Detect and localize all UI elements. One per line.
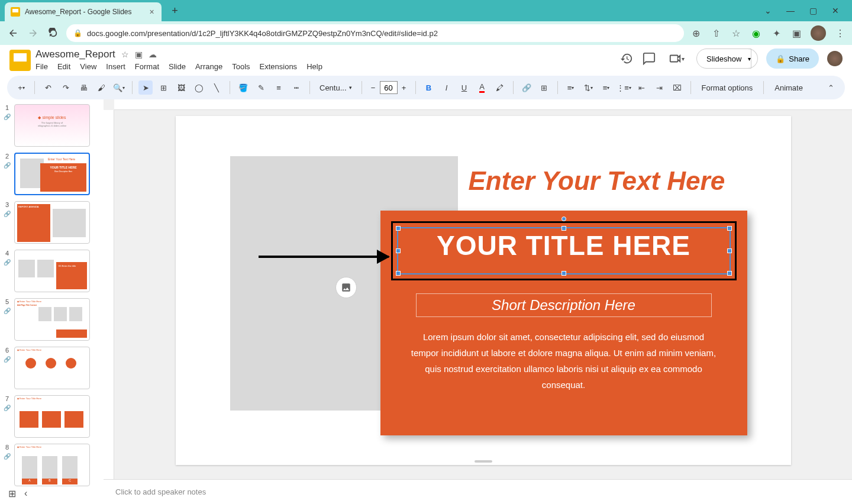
comments-icon[interactable]	[642, 51, 656, 66]
fill-color-button[interactable]: 🪣	[236, 80, 250, 95]
slide-thumbnail[interactable]: ◆ Enter Your Title Here	[14, 395, 90, 438]
close-tab-icon[interactable]: ×	[149, 8, 156, 15]
animate-button[interactable]: Animate	[770, 83, 808, 92]
underline-button[interactable]: U	[457, 80, 472, 95]
top-heading-text[interactable]: Enter Your Text Here	[469, 166, 725, 196]
border-weight-button[interactable]: ≡	[272, 80, 286, 95]
move-icon[interactable]: ▣	[135, 50, 143, 59]
card-body-text[interactable]: Lorem ipsum dolor sit amet, consectetur …	[409, 329, 719, 393]
chrome-profile-avatar[interactable]	[811, 25, 826, 41]
line-tool[interactable]: ╲	[209, 80, 224, 95]
slide-thumbnail[interactable]: ◆ Enter Your Title Here	[14, 347, 90, 389]
image-tool[interactable]: 🖼	[174, 80, 188, 95]
star-icon[interactable]: ☆	[121, 50, 129, 59]
orange-card[interactable]: YOUR TITLE HERE Short Description Here L…	[380, 211, 747, 435]
zoom-dropdown[interactable]: 🔍▾	[112, 80, 126, 95]
resize-handle[interactable]	[727, 271, 732, 276]
numbered-list-button[interactable]: ≡▾	[599, 80, 614, 95]
increase-indent-button[interactable]: ⇥	[653, 80, 667, 95]
browser-tab[interactable]: Awesome_Report - Google Slides ×	[5, 2, 162, 21]
share-page-icon[interactable]: ⇧	[710, 27, 722, 39]
select-tool[interactable]: ➤	[138, 80, 153, 95]
horizontal-ruler[interactable]	[114, 99, 852, 110]
menu-help[interactable]: Help	[306, 62, 322, 71]
minimize-icon[interactable]: —	[783, 4, 798, 18]
align-button[interactable]: ≡▾	[564, 80, 578, 95]
bold-button[interactable]: B	[422, 80, 436, 95]
thumbnail-panel[interactable]: 1🔗 ◆ simple slides The largest library o…	[0, 99, 104, 502]
slide-thumbnail[interactable]: Enter Your Text Here YOUR TITLE HEREShor…	[14, 153, 90, 195]
card-title-text[interactable]: YOUR TITLE HERE	[398, 230, 730, 261]
menu-edit[interactable]: Edit	[57, 62, 70, 71]
collapse-toolbar-button[interactable]: ⌃	[824, 80, 838, 95]
card-subtitle-box[interactable]: Short Description Here	[416, 293, 712, 317]
menu-insert[interactable]: Insert	[106, 62, 125, 71]
menu-file[interactable]: File	[36, 62, 48, 71]
notes-drag-handle[interactable]	[475, 460, 492, 463]
slide-canvas[interactable]: Enter Your Text Here YOUR TITL	[176, 116, 791, 465]
bulleted-list-button[interactable]: ⋮≡▾	[617, 80, 631, 95]
menu-format[interactable]: Format	[135, 62, 159, 71]
slide-thumbnail[interactable]: REPORT AGENDA	[14, 201, 90, 244]
reload-button[interactable]	[46, 26, 60, 40]
vertical-ruler[interactable]	[104, 110, 114, 502]
resize-handle[interactable]	[561, 271, 566, 276]
undo-button[interactable]: ↶	[41, 80, 55, 95]
font-size-increase[interactable]: +	[399, 82, 409, 93]
share-button[interactable]: 🔒 Share	[766, 49, 819, 69]
chrome-menu-icon[interactable]: ⋮	[834, 27, 846, 39]
collapse-panel-icon[interactable]: ‹	[24, 488, 27, 499]
maximize-icon[interactable]: ▢	[806, 4, 820, 18]
line-spacing-button[interactable]: ⇅▾	[582, 80, 596, 95]
sidepanel-icon[interactable]: ▣	[790, 27, 802, 39]
meet-icon[interactable]: ▾	[664, 51, 688, 66]
highlight-color-button[interactable]: 🖍	[493, 80, 507, 95]
insert-comment-button[interactable]: ⊞	[537, 80, 551, 95]
font-size-decrease[interactable]: −	[368, 82, 379, 93]
format-options-button[interactable]: Format options	[697, 83, 758, 92]
menu-tools[interactable]: Tools	[232, 62, 250, 71]
font-size-input[interactable]	[380, 81, 398, 94]
textbox-tool[interactable]: ⊞	[156, 80, 170, 95]
border-color-button[interactable]: ✎	[254, 80, 268, 95]
slideshow-dropdown[interactable]: ▾	[741, 49, 758, 69]
close-window-icon[interactable]: ✕	[828, 4, 843, 18]
grammarly-icon[interactable]: ◉	[750, 27, 762, 39]
resize-handle[interactable]	[396, 271, 401, 276]
slide-thumbnail[interactable]: ◆ simple slides The largest library ofin…	[14, 104, 90, 147]
border-dash-button[interactable]: ┅	[289, 80, 304, 95]
speaker-notes[interactable]: Click to add speaker notes	[104, 479, 852, 504]
extensions-icon[interactable]: ✦	[770, 27, 782, 39]
redo-button[interactable]: ↷	[59, 80, 73, 95]
history-icon[interactable]	[619, 51, 634, 66]
menu-extensions[interactable]: Extensions	[260, 62, 298, 71]
bookmark-icon[interactable]: ☆	[730, 27, 742, 39]
decrease-indent-button[interactable]: ⇤	[635, 80, 649, 95]
italic-button[interactable]: I	[440, 80, 454, 95]
menu-view[interactable]: View	[80, 62, 96, 71]
slide-thumbnail[interactable]: ◆ Enter Your Title Here A B C	[14, 444, 90, 486]
back-button[interactable]	[6, 26, 20, 40]
slide-thumbnail[interactable]: ◆ Enter Your Title Here Add Page Title C…	[14, 298, 90, 341]
font-family-dropdown[interactable]: Centu...▾	[316, 83, 356, 92]
text-color-button[interactable]: A	[475, 80, 489, 95]
menu-slide[interactable]: Slide	[169, 62, 186, 71]
cloud-icon[interactable]: ☁	[149, 50, 157, 59]
zoom-icon[interactable]: ⊕	[690, 27, 702, 39]
insert-image-fab[interactable]	[335, 277, 357, 298]
new-slide-button[interactable]: +▾	[14, 80, 28, 95]
explore-icon[interactable]: ⊞	[8, 488, 16, 499]
account-avatar[interactable]	[827, 51, 843, 66]
address-bar[interactable]: 🔒 docs.google.com/presentation/d/1c2P_lj…	[66, 24, 684, 42]
forward-button[interactable]	[26, 26, 40, 40]
menu-arrange[interactable]: Arrange	[195, 62, 222, 71]
slide-thumbnail[interactable]: 01 Enter the title	[14, 250, 90, 292]
shape-tool[interactable]: ◯	[192, 80, 206, 95]
slides-logo-icon[interactable]	[9, 50, 31, 71]
paint-format-button[interactable]: 🖌	[94, 80, 108, 95]
clear-formatting-button[interactable]: ⌧	[670, 80, 685, 95]
insert-link-button[interactable]: 🔗	[519, 80, 534, 95]
doc-title[interactable]: Awesome_Report	[36, 49, 115, 60]
print-button[interactable]: 🖶	[76, 80, 91, 95]
new-tab-button[interactable]: +	[167, 3, 183, 18]
